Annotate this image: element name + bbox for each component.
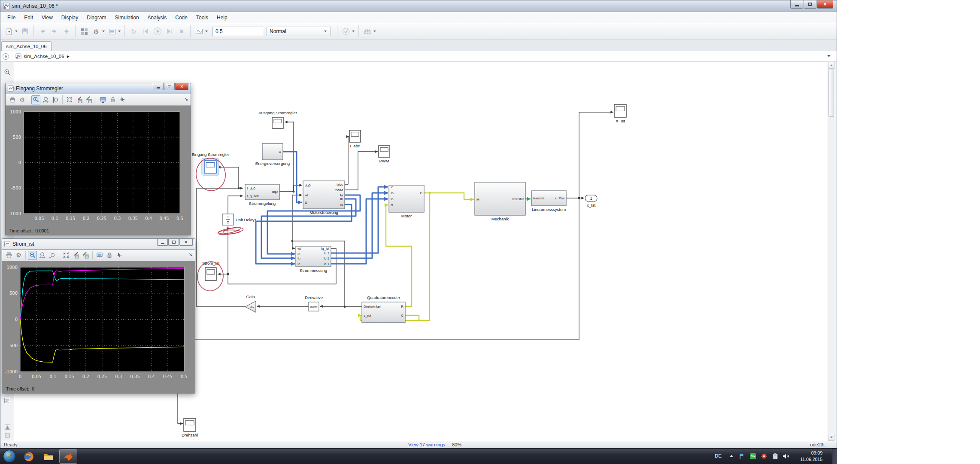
maximize-button[interactable] [804,0,816,9]
model-config-button[interactable]: ⚙ [91,26,102,37]
back-button[interactable] [37,26,48,37]
block-unit-delay1[interactable]: 1zUnit Delay1 [222,214,257,225]
scope-restore-axes-button[interactable] [81,251,90,260]
breadcrumb-model-name[interactable]: sim_Achse_10_06 [24,54,64,59]
signal-wire[interactable] [285,121,294,192]
stop-button[interactable] [176,26,187,37]
scope-restore-axes-button[interactable] [85,95,94,104]
block-mechanik[interactable]: MtranslatMechanik [475,182,525,221]
scope-title-bar[interactable]: Eingang Stromregler × [6,83,191,94]
scope-signal-selector-button[interactable] [115,251,124,260]
signal-wire[interactable] [294,184,302,192]
tab-sim-achse[interactable]: sim_Achse_10_06 [1,41,52,51]
menu-item-diagram[interactable]: Diagram [82,13,110,22]
menu-item-analysis[interactable]: Analysis [143,13,171,22]
scope-close-button[interactable]: × [179,239,193,246]
scope-autoscale-button[interactable] [61,251,70,260]
scope-save-axes-button[interactable] [75,95,84,104]
scope-title-bar[interactable]: Strom_ist × [2,239,195,250]
tray-flag-icon[interactable] [738,453,745,460]
sim-stop-time-input[interactable] [212,27,263,36]
language-indicator[interactable]: DE [715,453,722,458]
signal-wire[interactable] [525,197,531,201]
breadcrumb-dropdown-caret[interactable] [827,55,831,57]
signal-wire[interactable] [320,305,362,308]
signal-wire[interactable] [579,111,613,198]
scope-autoscale-button[interactable] [65,95,74,104]
close-button[interactable]: × [817,0,833,9]
sim-display-button[interactable] [194,26,205,37]
run-button[interactable] [152,26,163,37]
new-model-button[interactable] [3,26,15,37]
block-scope-drehzahl[interactable]: Drehzahl [182,418,198,437]
block-motorsteuerung[interactable]: dq0wtUIabcPWMIaIbIcMotorsteuerung [303,181,345,215]
new-model-caret[interactable] [15,31,18,32]
title-bar[interactable]: sim_Achse_10_06 * × [0,0,837,12]
step-forward-button[interactable] [164,26,175,37]
taskbar-explorer-button[interactable] [39,449,58,464]
palette-zoom-button[interactable] [3,68,11,76]
menu-item-edit[interactable]: Edit [20,13,37,22]
minimize-button[interactable] [790,0,803,9]
signal-wire[interactable] [424,192,474,201]
tray-sync-icon[interactable] [749,453,756,460]
block-motor[interactable]: IcIbIaRCMotor [389,185,424,218]
scroll-down-button[interactable] [828,434,834,441]
tray-speaker-icon[interactable] [782,453,789,460]
signal-wire[interactable] [385,203,412,306]
scope-maximize-button[interactable] [168,239,179,246]
tray-clock[interactable]: 09:09 11.06.2015 [790,450,822,463]
model-explorer-button[interactable] [106,26,118,37]
scope-lock-button[interactable] [105,251,114,260]
refresh-blocks-caret[interactable] [352,31,355,32]
block-scope-i-abc[interactable]: I_abc [349,130,361,148]
taskbar-matlab-button[interactable] [59,449,77,464]
scope-zoom-button[interactable] [31,95,40,104]
model-config-caret[interactable] [102,31,105,32]
scope-plot-area[interactable]: 00.050.10.150.20.250.30.350.40.450.51000… [2,261,195,393]
block-scope-ausgang-stromregler[interactable]: Ausgang Stromregler [258,110,297,128]
scope-zoom-y-button[interactable] [48,251,57,260]
block-strommessung[interactable]: wtIaIbIcIq_istIc 1Ib 1Ia 1Strommessung [296,246,331,273]
signal-wire[interactable] [566,197,584,200]
signal-wire[interactable] [405,315,419,321]
scope-zoom-button[interactable] [28,251,37,260]
scope-save-axes-button[interactable] [71,251,80,260]
deploy-hardware-button[interactable] [362,26,373,37]
scope-dock-arrow-icon[interactable]: ↘ [188,252,192,257]
scope-zoom-y-button[interactable] [51,95,60,104]
vertical-scrollbar[interactable] [828,62,834,441]
block-linearmesssystem[interactable]: translatx_PosLinearmesssystem [531,191,566,212]
menu-item-file[interactable]: File [3,13,20,22]
palette-misc-button[interactable] [3,431,11,439]
block-scope-x-ist[interactable]: X_Ist [614,104,626,123]
palette-annotation-button[interactable] [3,397,11,404]
signal-wire[interactable] [345,150,378,190]
block-gain[interactable]: -K-Gain [245,294,256,312]
menu-item-simulation[interactable]: Simulation [111,13,143,22]
taskbar-firefox-button[interactable] [20,449,38,464]
scope-float-button[interactable] [95,251,104,260]
scope-minimize-button[interactable] [153,83,164,90]
breadcrumb-home-button[interactable] [3,53,9,60]
scroll-thumb[interactable] [828,70,834,117]
menu-item-code[interactable]: Code [171,13,192,22]
signal-wire[interactable] [218,166,240,189]
sim-display-caret[interactable] [205,31,208,32]
menu-item-view[interactable]: View [37,13,57,22]
warnings-link[interactable]: View 17 warnings [408,442,445,447]
signal-wire[interactable] [292,241,295,250]
scope-close-button[interactable]: × [175,83,188,90]
scope-zoom-x-button[interactable] [38,251,47,260]
scope-dock-arrow-icon[interactable]: ↘ [184,96,188,102]
block-scope-eingang-stromregler[interactable]: Eingang Stromregler [191,152,229,175]
scope-minimize-button[interactable] [157,239,168,246]
library-browser-button[interactable] [79,26,90,37]
signal-wire[interactable] [257,305,309,308]
scope-float-button[interactable] [98,95,107,104]
scope-print-button[interactable] [4,251,13,260]
tray-gear-icon[interactable] [761,453,768,460]
menu-item-help[interactable]: Help [212,13,232,22]
scope-parameters-button[interactable]: ⚙ [18,95,27,104]
start-button[interactable] [3,450,16,463]
